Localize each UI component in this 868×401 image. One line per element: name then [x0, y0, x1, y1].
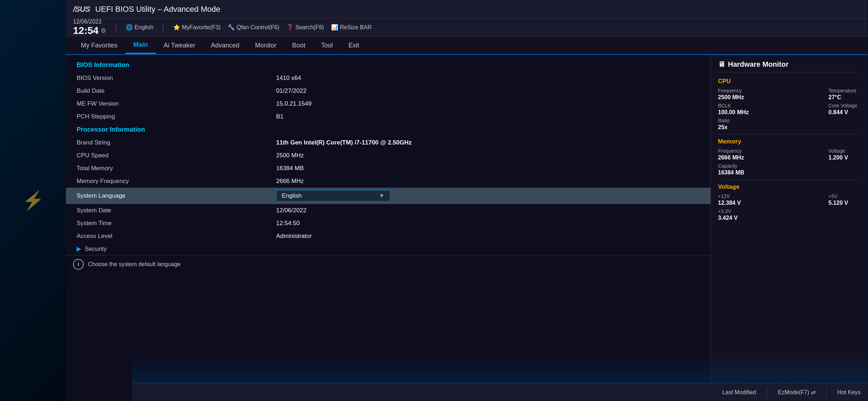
- last-modified-status: Last Modified: [722, 389, 756, 396]
- build-date-label: Build Date: [77, 87, 276, 95]
- security-row[interactable]: ▶ Security: [66, 243, 711, 255]
- cpu-speed-label: CPU Speed: [77, 152, 276, 159]
- bios-version-label: BIOS Version: [77, 75, 276, 82]
- hw-divider-1: [718, 134, 861, 134]
- build-date-value: 01/27/2022: [276, 87, 700, 95]
- build-date-row: Build Date 01/27/2022: [66, 85, 711, 97]
- system-date-label: System Date: [77, 207, 276, 214]
- mefw-version-row: ME FW Version 15.0.21.1549: [66, 97, 711, 110]
- cpu-ratio-row: Ratio 25x: [718, 118, 861, 131]
- mefw-version-label: ME FW Version: [77, 100, 276, 107]
- cpu-corevolt-value: 0.844 V: [828, 109, 861, 116]
- resizebar-button[interactable]: 📊 ReSize BAR: [331, 24, 372, 31]
- system-date-row[interactable]: System Date 12/06/2022: [66, 204, 711, 217]
- hot-keys-label: Hot Keys: [837, 389, 861, 396]
- title-bar: /SUS UEFI BIOS Utility – Advanced Mode: [66, 0, 868, 19]
- processor-info-section-header: Processor Information: [66, 123, 711, 136]
- bottom-wave-decoration: [132, 355, 868, 383]
- language-display[interactable]: 🌐 English: [126, 24, 153, 31]
- fan-icon: 🔧: [228, 24, 235, 31]
- v33-value: 3.424 V: [718, 215, 750, 221]
- qfan-button[interactable]: 🔧 Qfan Control(F6): [228, 24, 279, 31]
- memory-section-title: Memory: [718, 138, 861, 145]
- cpu-corevolt-label: Core Voltage: [828, 103, 861, 108]
- mem-freq-volt-row: Frequency 2666 MHz Voltage 1.200 V: [718, 148, 861, 161]
- mefw-version-value: 15.0.21.1549: [276, 100, 700, 107]
- v12-label: +12V: [718, 193, 750, 199]
- hardware-monitor-panel: 🖥 Hardware Monitor CPU Frequency 2500 MH…: [711, 55, 868, 383]
- info-circle-icon: i: [73, 259, 84, 270]
- nav-advanced[interactable]: Advanced: [203, 37, 247, 54]
- cpu-freq-label: Frequency: [718, 88, 750, 93]
- access-level-row: Access Level Administrator: [66, 230, 711, 243]
- asus-logo: /SUS: [73, 5, 90, 14]
- mem-freq-item: Frequency 2666 MHz: [718, 148, 750, 161]
- v12-v5-row: +12V 12.384 V +5V 5.120 V: [718, 193, 861, 206]
- v33-row: +3.3V 3.424 V: [718, 208, 861, 221]
- cpu-bclk-value: 100.00 MHz: [718, 109, 750, 116]
- total-memory-value: 16384 MB: [276, 165, 700, 172]
- favorite-icon: ⭐: [173, 24, 180, 31]
- status-divider-1: [767, 387, 767, 398]
- mem-freq-value: 2666 MHz: [718, 154, 750, 161]
- nav-exit[interactable]: Exit: [341, 37, 367, 54]
- nav-ai-tweaker[interactable]: Ai Tweaker: [156, 37, 203, 54]
- security-label: Security: [85, 245, 107, 253]
- cpu-freq-value: 2500 MHz: [718, 94, 750, 101]
- nav-main[interactable]: Main: [125, 37, 156, 54]
- system-language-value: English: [282, 192, 302, 199]
- nav-boot[interactable]: Boot: [284, 37, 313, 54]
- pch-stepping-value: B1: [276, 113, 700, 120]
- date-display: 12/06/2022: [73, 19, 106, 25]
- cpu-temp-label: Temperature: [828, 88, 861, 93]
- v5-label: +5V: [828, 193, 861, 199]
- info-bar: 12/06/2022 12:54 ⚙ | 🌐 English | ⭐ MyFav…: [66, 19, 868, 36]
- cpu-bclk-volt-row: BCLK 100.00 MHz Core Voltage 0.844 V: [718, 103, 861, 116]
- hardware-monitor-title: 🖥 Hardware Monitor: [718, 60, 861, 72]
- cpu-speed-value: 2500 MHz: [276, 152, 700, 159]
- system-date-value: 12/06/2022: [276, 207, 700, 214]
- mem-volt-item: Voltage 1.200 V: [828, 148, 861, 161]
- ez-mode-icon: ⇄: [811, 389, 816, 396]
- content-area: BIOS Information BIOS Version 1410 x64 B…: [66, 55, 868, 383]
- search-button[interactable]: ❓ Search(F9): [286, 24, 324, 31]
- v33-label: +3.3V: [718, 208, 750, 214]
- mem-freq-label: Frequency: [718, 148, 750, 154]
- qfan-label: Qfan Control(F6): [237, 24, 279, 31]
- system-language-dropdown[interactable]: English ▼: [276, 190, 390, 202]
- v33-item: +3.3V 3.424 V: [718, 208, 750, 221]
- v5-value: 5.120 V: [828, 200, 861, 206]
- language-label: English: [135, 24, 153, 31]
- system-language-row[interactable]: System Language English ▼: [66, 188, 711, 204]
- v12-value: 12.384 V: [718, 200, 750, 206]
- cpu-temp-item: Temperature 27°C: [828, 88, 861, 101]
- search-label: Search(F9): [295, 24, 324, 31]
- left-edge-icon: ⚡: [22, 190, 44, 211]
- nav-tool[interactable]: Tool: [313, 37, 341, 54]
- settings-icon[interactable]: ⚙: [100, 27, 106, 35]
- resizebar-label: ReSize BAR: [340, 24, 372, 31]
- status-bar: Last Modified EzMode(F7) ⇄ Hot Keys: [132, 383, 868, 401]
- mem-cap-label: Capacity: [718, 163, 750, 169]
- bios-version-value: 1410 x64: [276, 75, 700, 82]
- time-display: 12:54: [73, 25, 99, 36]
- mem-volt-label: Voltage: [828, 148, 861, 154]
- voltage-section-title: Voltage: [718, 183, 861, 191]
- myfavorite-button[interactable]: ⭐ MyFavorite(F3): [173, 24, 221, 31]
- nav-monitor[interactable]: Monitor: [247, 37, 284, 54]
- info-hint-text: Choose the system default language: [88, 261, 181, 268]
- total-memory-row: Total Memory 16384 MB: [66, 162, 711, 175]
- bios-version-row: BIOS Version 1410 x64: [66, 72, 711, 85]
- system-time-row[interactable]: System Time 12:54:50: [66, 217, 711, 230]
- bios-info-section-header: BIOS Information: [66, 59, 711, 72]
- memory-freq-label: Memory Frequency: [77, 178, 276, 185]
- ez-mode-button[interactable]: EzMode(F7) ⇄: [778, 389, 816, 396]
- dropdown-arrow-icon: ▼: [379, 193, 384, 199]
- left-edge-decoration: ⚡: [0, 0, 66, 401]
- cpu-ratio-label: Ratio: [718, 118, 750, 123]
- cpu-ratio-item: Ratio 25x: [718, 118, 750, 131]
- status-divider-2: [826, 387, 827, 398]
- nav-my-favorites[interactable]: My Favorites: [73, 37, 125, 54]
- main-panel: BIOS Information BIOS Version 1410 x64 B…: [66, 55, 711, 383]
- hot-keys-button[interactable]: Hot Keys: [837, 389, 861, 396]
